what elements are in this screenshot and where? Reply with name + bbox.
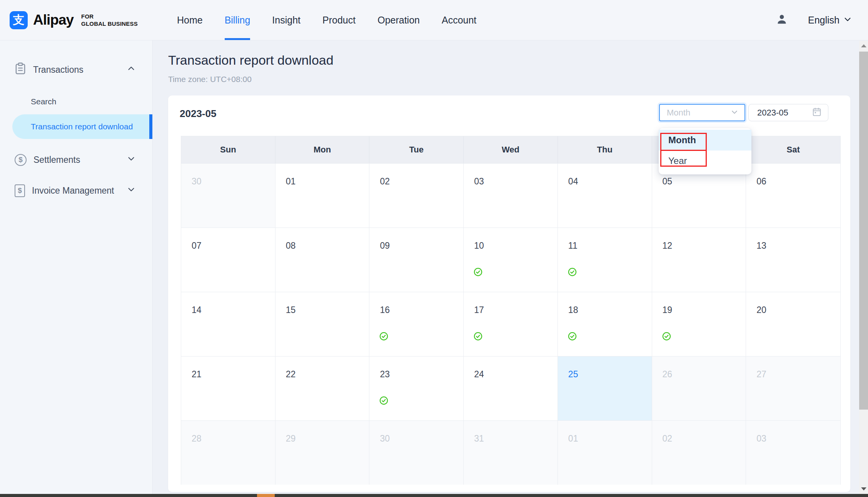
sidebar-item-settlements[interactable]: $ Settlements (0, 150, 152, 170)
calendar-cell-15[interactable]: 15 (275, 292, 370, 356)
calendar-cell-16[interactable]: 16 (369, 292, 464, 356)
calendar-cell-03: 03 (746, 420, 840, 485)
calendar-cell-13[interactable]: 13 (746, 228, 840, 292)
calendar-cell-31: 31 (464, 420, 558, 485)
select-chevron-down-icon (731, 108, 738, 117)
day-header-mon: Mon (275, 136, 370, 163)
day-number: 08 (286, 241, 296, 251)
calendar-cell-26: 26 (652, 356, 746, 420)
calendar-cell-01: 01 (558, 420, 652, 485)
sidebar-item-invoice-management[interactable]: $ Invoice Management (0, 181, 152, 201)
app-window: 支 Alipay FOR GLOBAL BUSINESS Home Billin… (0, 0, 868, 497)
nav-item-billing[interactable]: Billing (225, 0, 250, 40)
main-nav: Home Billing Insight Product Operation A… (177, 0, 476, 40)
calendar-cell-30: 30 (369, 420, 464, 485)
sidebar-item-label: Settlements (33, 155, 80, 165)
language-label: English (808, 15, 840, 26)
sidebar-item-search[interactable]: Search (0, 93, 152, 110)
invoice-icon: $ (15, 184, 25, 197)
chevron-down-icon (127, 154, 135, 165)
calendar-cell-17[interactable]: 17 (464, 292, 558, 356)
day-number: 03 (474, 176, 484, 187)
calendar-cell-20[interactable]: 20 (746, 292, 840, 356)
calendar-cell-19[interactable]: 19 (652, 292, 746, 356)
calendar-cell-04[interactable]: 04 (558, 163, 652, 228)
bottom-strip (0, 494, 868, 497)
day-number: 02 (380, 176, 390, 187)
sidebar-item-transactions[interactable]: Transactions (0, 60, 152, 80)
granularity-dropdown: Month Year (659, 128, 751, 174)
chevron-up-icon (127, 64, 135, 75)
day-number: 20 (756, 305, 766, 315)
day-number: 03 (756, 433, 766, 444)
nav-item-account[interactable]: Account (442, 0, 476, 40)
nav-item-operation[interactable]: Operation (377, 0, 420, 40)
sidebar-subitem-label: Transaction report download (31, 122, 133, 131)
day-number: 27 (756, 369, 766, 380)
calendar-icon (812, 107, 822, 119)
date-picker-input[interactable]: 2023-05 (748, 104, 828, 121)
day-number: 31 (474, 433, 484, 444)
report-ready-check-icon (662, 332, 671, 341)
sidebar: Transactions Search Transaction report d… (0, 40, 153, 494)
day-number: 07 (192, 241, 202, 251)
vertical-scrollbar[interactable] (859, 41, 868, 494)
calendar-cell-06[interactable]: 06 (746, 163, 840, 228)
calendar-cell-14[interactable]: 14 (181, 292, 275, 356)
day-number: 11 (568, 241, 578, 251)
day-number: 06 (756, 176, 766, 187)
day-number: 21 (192, 369, 202, 380)
calendar-cell-21[interactable]: 21 (181, 356, 275, 420)
sidebar-item-transaction-report-download[interactable]: Transaction report download (12, 114, 149, 139)
calendar-cell-03[interactable]: 03 (464, 163, 558, 228)
report-ready-check-icon (379, 332, 388, 341)
clipboard-icon (15, 62, 26, 77)
day-number: 05 (663, 176, 673, 187)
day-number: 23 (380, 369, 390, 380)
report-ready-check-icon (474, 268, 482, 276)
calendar-cell-10[interactable]: 10 (464, 228, 558, 292)
select-placeholder: Month (667, 108, 690, 118)
calendar-cell-30: 30 (181, 163, 275, 228)
alipay-logo[interactable]: 支 Alipay FOR GLOBAL BUSINESS (10, 11, 138, 29)
report-ready-check-icon (379, 396, 388, 405)
calendar-cell-24[interactable]: 24 (464, 356, 558, 420)
bottom-strip-orange (257, 494, 275, 497)
calendar-cell-08[interactable]: 08 (275, 228, 370, 292)
dropdown-option-year[interactable]: Year (659, 151, 751, 171)
calendar-cell-07[interactable]: 07 (181, 228, 275, 292)
calendar-body: 3001020304050607080910111213141516171819… (181, 163, 840, 485)
scrollbar-thumb[interactable] (859, 52, 868, 410)
calendar-table: SunMonTueWedThuFriSat 300102030405060708… (181, 136, 841, 485)
brand-tagline-line1: FOR (81, 13, 138, 20)
sidebar-item-label: Transactions (33, 65, 83, 75)
day-number: 01 (568, 433, 578, 444)
day-number: 22 (286, 369, 296, 380)
calendar-cell-11[interactable]: 11 (558, 228, 652, 292)
calendar-cell-18[interactable]: 18 (558, 292, 652, 356)
calendar-cell-25[interactable]: 25 (558, 356, 652, 420)
day-number: 01 (286, 176, 296, 187)
calendar-cell-27: 27 (746, 356, 840, 420)
scrollbar-up-arrow[interactable] (859, 41, 868, 51)
brand-tagline-line2: GLOBAL BUSINESS (81, 20, 138, 27)
dropdown-option-month[interactable]: Month (659, 130, 751, 151)
user-avatar-icon[interactable] (775, 12, 789, 28)
language-selector[interactable]: English (808, 15, 852, 26)
nav-item-product[interactable]: Product (322, 0, 356, 40)
scrollbar-down-arrow[interactable] (859, 484, 868, 494)
calendar-cell-09[interactable]: 09 (369, 228, 464, 292)
calendar-cell-02[interactable]: 02 (369, 163, 464, 228)
calendar-cell-22[interactable]: 22 (275, 356, 370, 420)
dollar-circle-icon: $ (15, 154, 27, 166)
granularity-select[interactable]: Month (659, 104, 745, 121)
calendar-cell-12[interactable]: 12 (652, 228, 746, 292)
calendar-cell-01[interactable]: 01 (275, 163, 370, 228)
nav-item-home[interactable]: Home (177, 0, 203, 40)
nav-item-insight[interactable]: Insight (272, 0, 300, 40)
calendar-cell-23[interactable]: 23 (369, 356, 464, 420)
report-card: 2023-05 Month 2023-05 (168, 95, 850, 492)
top-navigation-bar: 支 Alipay FOR GLOBAL BUSINESS Home Billin… (0, 0, 868, 40)
sidebar-subitem-label: Search (31, 97, 57, 106)
day-number: 28 (192, 433, 202, 444)
